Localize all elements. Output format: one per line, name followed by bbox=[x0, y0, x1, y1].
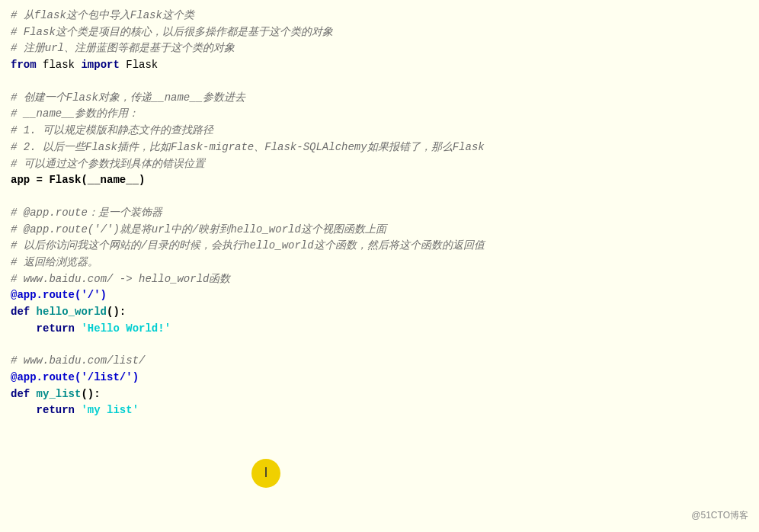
text-cursor[interactable]: I bbox=[251, 459, 280, 488]
comment-text-2: # Flask这个类是项目的核心，以后很多操作都是基于这个类的对象 bbox=[11, 24, 333, 41]
code-text-4b: Flask bbox=[120, 57, 158, 74]
code-line-17: # www.baidu.com/ -> hello_world函数 bbox=[11, 271, 748, 288]
empty-line-1 bbox=[11, 74, 748, 90]
code-indent-1 bbox=[11, 321, 37, 338]
string-hello-world: 'Hello World!' bbox=[81, 321, 171, 338]
watermark: @51CTO博客 bbox=[691, 508, 748, 523]
comment-text-22: # www.baidu.com/list/ bbox=[11, 353, 145, 370]
code-app: app = Flask(__name__) bbox=[11, 172, 145, 189]
comment-text-6: # 创建一个Flask对象，传递__name__参数进去 bbox=[11, 90, 245, 107]
code-line-11: app = Flask(__name__) bbox=[11, 172, 748, 189]
keyword-import: import bbox=[81, 57, 119, 74]
code-line-25: return 'my list' bbox=[11, 402, 748, 419]
code-text-4: flask bbox=[37, 57, 82, 74]
comment-text-8: # 1. 可以规定模版和静态文件的查找路径 bbox=[11, 123, 213, 139]
code-line-18: @app.route('/') bbox=[11, 287, 748, 304]
code-editor: # 从flask这个包中导入Flask这个类 # Flask这个类是项目的核心，… bbox=[0, 0, 759, 532]
code-line-24: def my_list (): bbox=[11, 386, 748, 403]
code-line-9: # 2. 以后一些Flask插件，比如Flask-migrate、Flask-S… bbox=[11, 139, 748, 156]
decorator-route-1: @app.route('/') bbox=[11, 287, 107, 304]
string-my-list: 'my list' bbox=[81, 402, 139, 419]
empty-line-2 bbox=[11, 189, 748, 205]
code-line-4: from flask import Flask bbox=[11, 57, 748, 74]
comment-text-17: # www.baidu.com/ -> hello_world函数 bbox=[11, 271, 230, 288]
code-line-1: # 从flask这个包中导入Flask这个类 bbox=[11, 8, 748, 24]
code-line-2: # Flask这个类是项目的核心，以后很多操作都是基于这个类的对象 bbox=[11, 24, 748, 41]
comment-text-7: # __name__参数的作用： bbox=[11, 106, 139, 123]
code-line-15: # 以后你访问我这个网站的/目录的时候，会执行hello_world这个函数，然… bbox=[11, 238, 748, 255]
keyword-def-1: def bbox=[11, 304, 37, 321]
keyword-return-1: return bbox=[37, 321, 75, 338]
code-line-8: # 1. 可以规定模版和静态文件的查找路径 bbox=[11, 123, 748, 139]
code-paren-2: (): bbox=[81, 386, 100, 403]
keyword-def-2: def bbox=[11, 386, 37, 403]
comment-text-9: # 2. 以后一些Flask插件，比如Flask-migrate、Flask-S… bbox=[11, 139, 485, 156]
comment-text-15: # 以后你访问我这个网站的/目录的时候，会执行hello_world这个函数，然… bbox=[11, 238, 485, 255]
code-line-16: # 返回给浏览器。 bbox=[11, 255, 748, 271]
code-line-19: def hello_world (): bbox=[11, 304, 748, 321]
func-my-list: my_list bbox=[37, 386, 82, 403]
comment-text-13: # @app.route：是一个装饰器 bbox=[11, 205, 162, 222]
code-line-6: # 创建一个Flask对象，传递__name__参数进去 bbox=[11, 90, 748, 107]
code-line-3: # 注册url、注册蓝图等都是基于这个类的对象 bbox=[11, 40, 748, 57]
keyword-return-2: return bbox=[37, 402, 75, 419]
code-line-23: @app.route('/list/') bbox=[11, 370, 748, 386]
code-space-1 bbox=[75, 321, 81, 338]
func-hello-world: hello_world bbox=[37, 304, 107, 321]
code-line-7: # __name__参数的作用： bbox=[11, 106, 748, 123]
comment-text-3: # 注册url、注册蓝图等都是基于这个类的对象 bbox=[11, 40, 235, 57]
comment-text-14: # @app.route('/')就是将url中的/映射到hello_world… bbox=[11, 222, 386, 239]
decorator-route-2: @app.route('/list/') bbox=[11, 370, 139, 386]
code-indent-2 bbox=[11, 402, 37, 419]
code-line-13: # @app.route：是一个装饰器 bbox=[11, 205, 748, 222]
code-paren-1: (): bbox=[107, 304, 126, 321]
code-line-20: return 'Hello World!' bbox=[11, 321, 748, 338]
keyword-from: from bbox=[11, 57, 37, 74]
code-line-22: # www.baidu.com/list/ bbox=[11, 353, 748, 370]
code-line-10: # 可以通过这个参数找到具体的错误位置 bbox=[11, 156, 748, 173]
code-space-2 bbox=[75, 402, 81, 419]
code-line-14: # @app.route('/')就是将url中的/映射到hello_world… bbox=[11, 222, 748, 239]
comment-text-1: # 从flask这个包中导入Flask这个类 bbox=[11, 8, 194, 24]
comment-text-10: # 可以通过这个参数找到具体的错误位置 bbox=[11, 156, 205, 173]
comment-text-16: # 返回给浏览器。 bbox=[11, 255, 98, 271]
empty-line-3 bbox=[11, 337, 748, 353]
